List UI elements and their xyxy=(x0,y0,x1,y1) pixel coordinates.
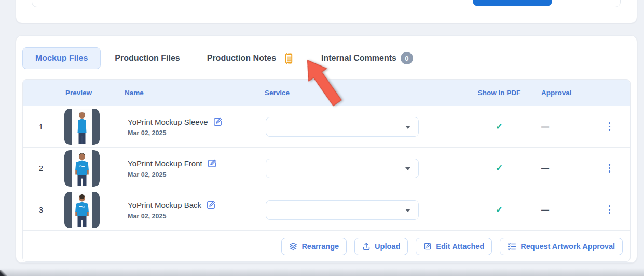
pencil-square-icon xyxy=(206,200,216,210)
row-index: 2 xyxy=(23,164,59,173)
layers-icon xyxy=(289,242,297,251)
row-menu-kebab-icon[interactable] xyxy=(606,161,614,176)
tab-mockup-files-label: Mockup Files xyxy=(35,54,88,63)
header-name: Name xyxy=(120,89,261,97)
table-row: 1 YoPrint Mockup Sleeve xyxy=(23,106,630,147)
edit-attached-label: Edit Attached xyxy=(436,242,484,251)
table-row: 3 YoPrint Mockup Back xyxy=(23,189,630,230)
file-date: Mar 02, 2025 xyxy=(128,171,261,178)
production-notes-receipt-icon xyxy=(284,52,294,64)
request-artwork-approval-label: Request Artwork Approval xyxy=(520,242,615,251)
mockup-thumbnail-front[interactable] xyxy=(64,150,100,187)
tab-internal-comments-label: Internal Comments xyxy=(321,54,396,63)
rearrange-button[interactable]: Rearrange xyxy=(281,238,347,255)
upload-label: Upload xyxy=(375,242,400,251)
tab-production-notes[interactable]: Production Notes xyxy=(194,46,307,71)
rearrange-label: Rearrange xyxy=(302,242,339,251)
row-menu-kebab-icon[interactable] xyxy=(606,202,614,217)
upload-button[interactable]: Upload xyxy=(354,238,408,255)
pencil-square-icon xyxy=(207,159,217,168)
table-row: 2 YoPrint Mockup Front xyxy=(23,147,630,189)
approval-status: — xyxy=(536,205,595,214)
bottom-edge-strip xyxy=(0,268,644,276)
table-footer-actions: Rearrange Upload Edit Attached xyxy=(23,230,630,261)
header-service: Service xyxy=(261,89,463,97)
file-name: YoPrint Mockup Back xyxy=(128,201,201,209)
file-name: YoPrint Mockup Front xyxy=(128,159,202,168)
primary-action-button-partial[interactable] xyxy=(473,0,552,6)
checklist-icon xyxy=(508,242,516,251)
mockup-files-table: Preview Name Service Show in PDF Approva… xyxy=(22,79,631,262)
edit-name-button[interactable] xyxy=(207,159,217,168)
files-tab-bar: Mockup Files Production Files Production… xyxy=(22,46,631,71)
header-approval: Approval xyxy=(536,89,595,97)
mockup-thumbnail-back[interactable] xyxy=(64,192,100,228)
edit-name-button[interactable] xyxy=(206,200,216,210)
service-select[interactable] xyxy=(266,200,419,220)
files-section-card: Mockup Files Production Files Production… xyxy=(16,35,637,263)
service-select[interactable] xyxy=(266,117,419,137)
header-preview: Preview xyxy=(59,89,120,97)
previous-section-card xyxy=(16,0,637,23)
chevron-down-icon xyxy=(405,167,410,170)
row-index: 3 xyxy=(23,205,59,214)
upload-icon xyxy=(362,242,371,251)
show-in-pdf-check-icon[interactable]: ✓ xyxy=(463,204,536,215)
request-artwork-approval-button[interactable]: Request Artwork Approval xyxy=(500,238,623,255)
approval-status: — xyxy=(536,164,595,173)
chevron-down-icon xyxy=(405,209,410,212)
show-in-pdf-check-icon[interactable]: ✓ xyxy=(463,121,536,132)
tab-mockup-files[interactable]: Mockup Files xyxy=(22,47,101,69)
tab-production-notes-label: Production Notes xyxy=(207,54,276,63)
file-name: YoPrint Mockup Sleeve xyxy=(128,117,208,126)
chevron-down-icon xyxy=(405,126,410,129)
pencil-square-icon xyxy=(213,117,223,127)
tab-production-files[interactable]: Production Files xyxy=(102,47,193,69)
tab-internal-comments[interactable]: Internal Comments 0 xyxy=(308,46,426,71)
row-menu-kebab-icon[interactable] xyxy=(606,119,614,134)
internal-comments-count-badge: 0 xyxy=(401,52,413,64)
bottom-left-corner-shadow xyxy=(0,270,7,276)
mockup-thumbnail-sleeve[interactable] xyxy=(64,109,100,145)
file-date: Mar 02, 2025 xyxy=(128,213,261,220)
edit-name-button[interactable] xyxy=(213,117,223,127)
file-date: Mar 02, 2025 xyxy=(128,129,261,137)
header-show-in-pdf: Show in PDF xyxy=(463,89,536,97)
edit-attached-button[interactable]: Edit Attached xyxy=(416,238,492,255)
tab-production-files-label: Production Files xyxy=(115,54,180,63)
service-select[interactable] xyxy=(266,159,419,178)
table-header-row: Preview Name Service Show in PDF Approva… xyxy=(23,80,630,106)
approval-status: — xyxy=(536,122,595,131)
row-index: 1 xyxy=(23,122,59,131)
show-in-pdf-check-icon[interactable]: ✓ xyxy=(463,163,536,174)
pencil-square-icon xyxy=(423,242,432,251)
